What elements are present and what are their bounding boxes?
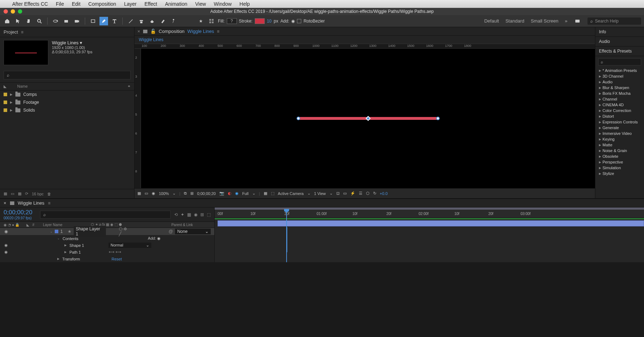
graph-editor-icon[interactable]: ⊞ [200, 212, 204, 217]
effects-category[interactable]: ▶Keying [595, 136, 644, 142]
rotation-tool[interactable] [62, 17, 70, 25]
layer-name[interactable]: Shape Layer 1 [74, 226, 106, 237]
visibility-icon[interactable]: ◉ [4, 229, 9, 234]
camera-dropdown[interactable]: Active Camera [278, 191, 304, 196]
workspace-small[interactable]: Small Screen [531, 18, 558, 24]
views-dropdown[interactable]: 1 View [314, 191, 326, 196]
shy-icon[interactable]: ⟲ [174, 212, 178, 217]
project-folder-solids[interactable]: ▶ Solids [0, 106, 134, 114]
render-icon[interactable]: ▭ [145, 191, 148, 196]
view-opts-icon[interactable]: ⊡ [336, 191, 340, 196]
menu-animation[interactable]: Animation [165, 1, 187, 7]
path-icons[interactable]: ⟷ ⟷ [109, 250, 121, 254]
channel-icon[interactable]: ◐ [228, 191, 231, 196]
clone-stamp-tool[interactable] [137, 17, 146, 25]
effects-category[interactable]: ▶Color Correction [595, 108, 644, 113]
effects-category[interactable]: ▶Matte [595, 142, 644, 148]
interpret-icon[interactable]: ▦ [4, 191, 7, 196]
timeline-tab-name[interactable]: Wiggle Lines [18, 200, 44, 206]
transparency-icon[interactable]: ▦ [264, 191, 267, 196]
workspace-standard[interactable]: Standard [506, 18, 525, 24]
zoom-level[interactable]: 100% [159, 191, 169, 196]
roi-icon[interactable]: ⧉ [184, 191, 187, 196]
timeline-search[interactable]: ⌕ [40, 211, 171, 219]
maximize-window-icon[interactable] [18, 9, 22, 14]
stroke-swatch[interactable] [255, 18, 265, 24]
effects-category[interactable]: ▶3D Channel [595, 73, 644, 79]
effects-category[interactable]: ▶* Animation Presets [595, 68, 644, 73]
sync-icon[interactable] [573, 17, 582, 25]
home-button[interactable] [3, 17, 11, 25]
menu-layer[interactable]: Layer [124, 1, 137, 7]
menu-edit[interactable]: Edit [72, 1, 80, 7]
menu-help[interactable]: Help [239, 1, 250, 7]
project-thumbnail[interactable] [4, 40, 48, 65]
motion-blur-icon[interactable]: ◉ [194, 212, 197, 217]
layer-color-chip[interactable] [55, 230, 58, 233]
flowchart-icon[interactable]: ⬡ [366, 191, 370, 196]
3d-icon[interactable]: ⬚ [271, 191, 274, 196]
add-play-icon[interactable]: ◉ [291, 19, 295, 24]
menu-view[interactable]: View [195, 1, 206, 7]
timeline-icon[interactable]: ☰ [359, 191, 362, 196]
draft3d-icon[interactable]: ◉ [152, 191, 155, 196]
effects-category[interactable]: ▶Obsolete [595, 153, 644, 159]
composition-canvas[interactable] [141, 49, 595, 188]
layer-shape1-row[interactable]: ◉ ▶ Shape 1 Normal⌄ [0, 242, 214, 249]
pen-tool[interactable] [99, 17, 108, 25]
menu-composition[interactable]: Composition [88, 1, 116, 7]
menu-effect[interactable]: Effect [145, 1, 157, 7]
resolution-dropdown[interactable]: Full [242, 191, 249, 196]
effects-category[interactable]: ▶Channel [595, 96, 644, 102]
layer-contents-row[interactable]: ⌄ Contents Add: ◉ [0, 235, 214, 242]
grid-icon[interactable] [207, 17, 216, 25]
layer-row-shape1[interactable]: ◉ ⌄ 1 ★ Shape Layer 1 ⬡ ✼ ╱ @ None⌄ [0, 228, 214, 235]
effects-category[interactable]: ▶Expression Controls [595, 119, 644, 125]
puppet-tool[interactable] [169, 17, 178, 25]
effects-category[interactable]: ▶Audio [595, 79, 644, 85]
project-item-name[interactable]: Wiggle Lines [52, 40, 92, 45]
camera-tool[interactable] [73, 17, 81, 25]
brainstorm-icon[interactable]: ⬚ [207, 212, 211, 217]
comp-tab-name[interactable]: Wiggle Lines [187, 29, 214, 34]
tag-column-icon[interactable]: ◣ [4, 84, 6, 89]
alpha-icon[interactable]: ▦ [137, 191, 141, 196]
shape-path-line[interactable] [298, 117, 438, 120]
snapshot-icon[interactable]: 📷 [219, 191, 224, 196]
add-shape-control[interactable]: Add: ◉ [280, 19, 295, 24]
color-mgmt-icon[interactable]: ◉ [235, 191, 239, 196]
layer-twirl-icon[interactable]: ⌄ [50, 230, 53, 233]
effects-category[interactable]: ▶Immersive Video [595, 131, 644, 136]
work-area-bar[interactable] [215, 207, 644, 210]
effects-category[interactable]: ▶CINEMA 4D [595, 102, 644, 108]
fill-control[interactable]: Fill: ? [218, 18, 237, 24]
menu-window[interactable]: Window [214, 1, 232, 7]
layer-duration-bar[interactable] [218, 220, 644, 226]
layer-name-column[interactable]: Layer Name [43, 223, 62, 227]
stroke-width[interactable]: 10 [267, 19, 272, 24]
rotobezier-checkbox[interactable]: RotoBezier [297, 19, 325, 24]
layer-switches[interactable]: ⬡ ✼ ╱ [119, 226, 131, 236]
comp-shy-icon[interactable]: ✦ [181, 212, 184, 217]
project-search[interactable]: ⌕ [4, 71, 131, 79]
audio-panel-header[interactable]: Audio [595, 37, 644, 47]
panel-menu-icon[interactable]: ≡ [48, 201, 50, 206]
grid-overlay-icon[interactable]: ⊞ [190, 191, 194, 196]
workspace-default[interactable]: Default [484, 18, 499, 24]
label-column-icon[interactable]: ◣ [26, 223, 29, 227]
minimize-window-icon[interactable] [11, 9, 15, 14]
effects-category[interactable]: ▶Distort [595, 113, 644, 119]
trash-icon[interactable]: 🗑 [47, 192, 51, 196]
close-window-icon[interactable] [4, 9, 8, 14]
effects-search[interactable]: ⌕ [598, 58, 641, 65]
eraser-tool[interactable] [148, 17, 156, 25]
layer-transform-row[interactable]: ▶ Transform Reset [0, 255, 214, 262]
close-tab-icon[interactable]: × [137, 29, 140, 34]
exposure-value[interactable]: +0.0 [380, 191, 388, 196]
pixel-aspect-icon[interactable]: ▭ [343, 191, 347, 196]
project-panel-header[interactable]: Project ≡ [0, 27, 134, 37]
panel-menu-icon[interactable]: ≡ [217, 29, 219, 34]
current-timecode[interactable]: 0;00;00;20 [4, 209, 32, 216]
bpc-toggle[interactable]: ⟳ [25, 191, 28, 196]
layer-path1-row[interactable]: ◉ ▶ Path 1 ⟷ ⟷ [0, 249, 214, 255]
